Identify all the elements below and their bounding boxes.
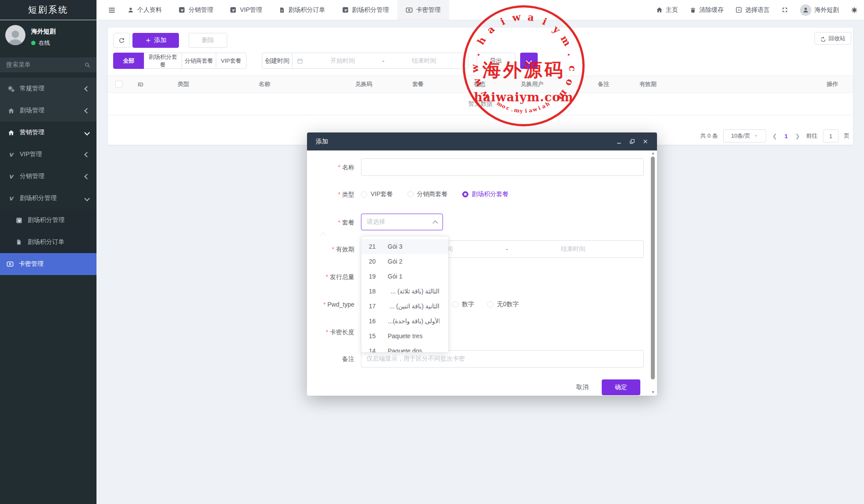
navbar-tabs: 个人资料 v分销管理 vVIP管理 剧场积分订单 v剧场积分管理 卡密管理 xyxy=(119,0,449,20)
v-badge-icon: v xyxy=(179,7,185,13)
clear-cache-button[interactable]: 清除缓存 xyxy=(690,6,724,14)
home-icon xyxy=(7,107,15,114)
filter-theater-points[interactable]: 剧场积分套餐 xyxy=(144,53,182,69)
sidebar-item-theater[interactable]: 剧场管理 xyxy=(0,100,96,122)
tab-theater-points[interactable]: v剧场积分管理 xyxy=(334,0,397,20)
dialog-header[interactable]: 添加 xyxy=(307,132,657,150)
tab-profile[interactable]: 个人资料 xyxy=(119,0,170,20)
chevron-left-icon xyxy=(84,108,90,114)
dropdown-option[interactable]: 19Gói 1 xyxy=(361,269,448,284)
prev-page-button[interactable]: ❮ xyxy=(771,133,778,139)
created-time-range-input[interactable]: 开始时间 - 结束时间 xyxy=(292,53,468,69)
gear-icon xyxy=(851,7,858,14)
dropdown-option[interactable]: 20Gói 2 xyxy=(361,254,448,269)
scroll-up-icon[interactable]: ▲ xyxy=(650,151,656,155)
tab-distribution[interactable]: v分销管理 xyxy=(170,0,221,20)
sidebar-item-general[interactable]: 常规管理 xyxy=(0,78,96,100)
sidebar-toggle-button[interactable] xyxy=(104,0,120,20)
dialog-title: 添加 xyxy=(316,138,328,146)
v-icon: v xyxy=(7,195,15,202)
sidebar-item-marketing[interactable]: 营销管理 xyxy=(0,122,96,143)
sidebar-item-vip[interactable]: vVIP管理 xyxy=(0,143,96,165)
language-label: 选择语言 xyxy=(745,6,770,14)
option-label: ...الأولى (باقة واحدة) xyxy=(388,318,439,325)
language-select[interactable]: A选择语言 xyxy=(735,6,770,14)
sidebar-item-distribution[interactable]: v分销管理 xyxy=(0,165,96,187)
add-button[interactable]: 添加 xyxy=(132,33,179,48)
option-label: ... الثانية (باقة اثنين) xyxy=(388,303,439,310)
export-button[interactable]: 导出 xyxy=(477,53,515,69)
top-navbar: 短剧系统 个人资料 v分销管理 vVIP管理 剧场积分订单 v剧场积分管理 卡密… xyxy=(0,0,864,20)
table-empty-state: 暂无数据 xyxy=(108,93,853,115)
v-badge-icon: v xyxy=(15,217,23,224)
home-icon xyxy=(7,129,15,136)
radio-theater-points-package[interactable]: 剧场积分套餐 xyxy=(462,190,509,198)
scroll-down-icon[interactable]: ▼ xyxy=(650,390,656,394)
sidebar: 海外短剧 在线 搜索菜单 常规管理 剧场管理 营销管理 vVIP管理 v分销管理… xyxy=(0,20,96,504)
home-link[interactable]: 主页 xyxy=(656,6,678,14)
username: 海外短剧 xyxy=(814,6,839,14)
chevron-down-icon xyxy=(526,57,532,64)
issue-total-label: 发行总量 xyxy=(307,268,354,286)
sidebar-menu: 常规管理 剧场管理 营销管理 vVIP管理 v分销管理 v剧场积分管理 v剧场积… xyxy=(0,78,96,275)
settings-button[interactable] xyxy=(851,7,858,14)
close-icon[interactable] xyxy=(643,139,648,144)
search-dropdown-button[interactable] xyxy=(520,53,538,69)
radio-digits[interactable]: 数字 xyxy=(452,300,474,308)
page-size-value: 10条/页 xyxy=(731,132,750,140)
dropdown-option[interactable]: 16...الأولى (باقة واحدة) xyxy=(361,314,448,329)
name-input[interactable] xyxy=(361,158,644,176)
col-redeem-user: 兑换用户 xyxy=(513,80,590,88)
chevron-left-icon xyxy=(84,86,90,92)
menu-search-input[interactable]: 搜索菜单 xyxy=(0,57,96,72)
dialog-scrollbar[interactable]: ▲ ▼ xyxy=(650,152,656,393)
content-card: 添加 删除 回收站 全部 剧场积分套餐 分销商套餐 VIP套餐 创建时间 开始时… xyxy=(108,28,853,145)
cancel-button[interactable]: 取消 xyxy=(570,379,595,395)
radio-icon xyxy=(361,191,367,197)
tab-label: 剧场积分管理 xyxy=(352,6,389,14)
radio-distributor-package[interactable]: 分销商套餐 xyxy=(407,190,448,198)
add-label: 添加 xyxy=(154,36,167,44)
dropdown-option[interactable]: 17... الثانية (باقة اثنين) xyxy=(361,299,448,314)
sidebar-item-label: VIP管理 xyxy=(20,150,42,158)
dropdown-option[interactable]: 15Paquete tres xyxy=(361,329,448,343)
document-icon xyxy=(15,239,23,245)
fullscreen-button[interactable] xyxy=(782,7,788,13)
filter-all[interactable]: 全部 xyxy=(113,53,144,69)
package-label: 套餐 xyxy=(307,214,354,231)
home-label: 主页 xyxy=(666,6,678,14)
sidebar-item-theater-points-order[interactable]: 剧场积分订单 xyxy=(0,231,96,253)
radio-icon xyxy=(407,191,414,197)
next-page-button[interactable]: ❯ xyxy=(794,133,801,139)
dropdown-option[interactable]: 21Gói 3 xyxy=(361,239,448,254)
remark-input[interactable]: 仅后端显示，用于区分不同批次卡密 xyxy=(361,350,644,368)
page-unit: 页 xyxy=(844,132,850,140)
scrollbar-thumb[interactable] xyxy=(651,157,655,379)
refresh-button[interactable] xyxy=(113,33,130,48)
tab-theater-order[interactable]: 剧场积分订单 xyxy=(271,0,334,20)
dropdown-option[interactable]: 14Paquete dos xyxy=(361,343,448,353)
radio-vip-package[interactable]: VIP套餐 xyxy=(361,190,393,198)
sidebar-item-card-key[interactable]: 卡密管理 xyxy=(0,253,96,275)
tab-card-key[interactable]: 卡密管理 xyxy=(397,0,449,20)
filter-vip[interactable]: VIP套餐 xyxy=(216,53,246,69)
dropdown-option[interactable]: 18... الثالثة (باقة ثلاثة) xyxy=(361,284,448,299)
tab-vip[interactable]: vVIP管理 xyxy=(221,0,271,20)
recycle-bin-button[interactable]: 回收站 xyxy=(814,32,851,45)
package-select[interactable]: 请选择 xyxy=(361,214,443,230)
sidebar-item-theater-points-manage[interactable]: v剧场积分管理 xyxy=(0,209,96,231)
filter-distributor[interactable]: 分销商套餐 xyxy=(182,53,216,69)
confirm-button[interactable]: 确定 xyxy=(602,379,640,395)
page-size-select[interactable]: 10条/页 xyxy=(723,129,766,143)
minimize-icon[interactable] xyxy=(616,139,622,144)
current-page[interactable]: 1 xyxy=(783,133,789,139)
radio-no-zero-digits[interactable]: 无0数字 xyxy=(487,300,519,308)
select-all-checkbox[interactable] xyxy=(115,81,122,88)
created-time-label: 创建时间 xyxy=(262,53,293,69)
maximize-icon[interactable] xyxy=(629,139,635,144)
delete-button[interactable]: 删除 xyxy=(189,33,227,48)
sidebar-item-theater-points[interactable]: v剧场积分管理 xyxy=(0,187,96,209)
goto-page-input[interactable]: 1 xyxy=(823,129,839,143)
user-menu[interactable]: 海外短剧 xyxy=(800,4,839,16)
sidebar-item-label: 营销管理 xyxy=(20,129,44,136)
